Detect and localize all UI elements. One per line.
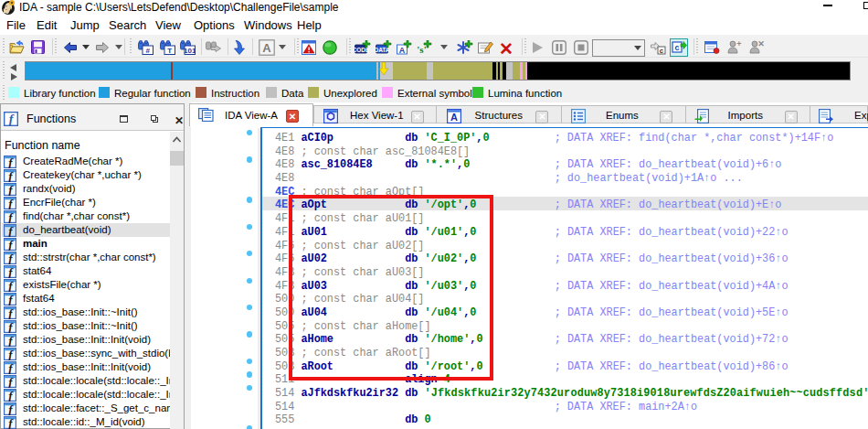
svg-text:A: A	[399, 46, 406, 55]
svg-text:c: c	[674, 43, 679, 52]
svg-text:'s': 's'	[417, 44, 426, 55]
svg-text:✕: ✕	[757, 40, 765, 48]
svg-text:+: +	[736, 40, 741, 48]
svg-text:c: c	[660, 47, 664, 55]
svg-text:#: #	[145, 47, 150, 55]
svg-text:A: A	[450, 112, 458, 123]
svg-text:CODE: CODE	[355, 47, 370, 53]
svg-text:A: A	[262, 41, 271, 55]
svg-text:101: 101	[184, 47, 196, 55]
svg-text:T: T	[167, 47, 172, 55]
